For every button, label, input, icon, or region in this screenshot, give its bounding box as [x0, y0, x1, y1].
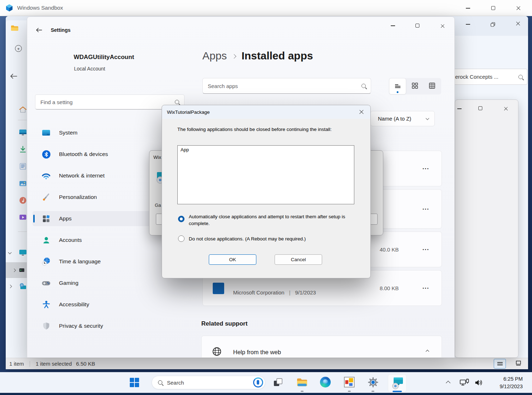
edge-icon[interactable]	[320, 377, 331, 387]
active-app-highlight[interactable]	[388, 374, 407, 392]
sandbox-minimize-button[interactable]	[466, 8, 470, 9]
sandbox-close-button[interactable]	[516, 6, 521, 11]
speaker-icon[interactable]	[475, 379, 483, 387]
table-view-button[interactable]	[423, 78, 440, 94]
bing-icon	[253, 377, 263, 387]
related-support-label: Help from the web	[233, 349, 281, 356]
dialog-close-button[interactable]	[359, 109, 364, 115]
explorer-restore-button[interactable]	[491, 22, 495, 28]
background-window-maximize-button[interactable]	[478, 106, 482, 110]
sidebar-item-label: Network & internet	[59, 172, 105, 179]
network-tray-icon[interactable]	[460, 379, 469, 389]
downloads-icon[interactable]	[19, 146, 27, 155]
sandbox-titlebar: Windows Sandbox	[0, 0, 532, 16]
network-folder-icon[interactable]	[19, 283, 27, 292]
sidebar-item-privacy-security[interactable]: Privacy & security	[33, 318, 184, 333]
chevron-up-icon[interactable]	[426, 350, 429, 353]
sandbox-cube-icon	[5, 4, 14, 12]
sidebar-item-label: Apps	[59, 215, 72, 222]
sidebar-item-label: Gaming	[59, 280, 78, 286]
sidebar-item-gaming[interactable]: Gaming	[33, 275, 184, 291]
settings-back-icon[interactable]	[36, 28, 42, 34]
start-button[interactable]	[129, 377, 140, 388]
this-pc-expander-icon[interactable]	[8, 251, 12, 254]
running-indicator	[348, 391, 351, 392]
colored-tiles-app-icon[interactable]	[344, 377, 355, 387]
search-apps-input[interactable]: Search apps	[202, 78, 371, 94]
app-menu-button[interactable]: •••	[423, 166, 429, 171]
app-size: 40.0 KB	[380, 247, 399, 253]
file-explorer-taskbar-icon[interactable]	[297, 377, 307, 387]
explorer-new-button[interactable]: +	[15, 45, 22, 52]
explorer-search-value: erock Concepts ...	[455, 74, 498, 80]
applications-listbox[interactable]: App	[177, 145, 354, 204]
documents-icon[interactable]	[19, 162, 27, 172]
videos-icon[interactable]	[19, 213, 27, 223]
explorer-back-icon[interactable]	[10, 73, 17, 81]
explorer-close-button[interactable]	[516, 21, 521, 26]
status-selected-size: 6.50 KB	[76, 361, 95, 367]
web-globe-icon	[212, 347, 222, 358]
app-install-date: 9/1/2023	[295, 289, 316, 296]
settings-window-title: Settings	[51, 27, 70, 33]
wix-files-in-use-dialog: WixTutorialPackage The following applica…	[162, 105, 371, 278]
desktop-icon[interactable]	[19, 128, 27, 138]
sort-dropdown[interactable]: Name (A to Z)	[370, 111, 435, 126]
taskbar-search-box[interactable]: Search	[152, 376, 265, 389]
this-pc-icon[interactable]	[19, 249, 27, 258]
search-icon	[158, 380, 162, 385]
sandbox-maximize-button[interactable]	[491, 6, 495, 10]
grid-view-icon	[412, 83, 418, 90]
tray-chevron-icon[interactable]	[446, 381, 450, 385]
settings-minimize-button[interactable]	[391, 25, 395, 26]
dialog-message: The following applications should be clo…	[177, 127, 358, 132]
grid-view-button[interactable]	[406, 78, 423, 94]
list-view-icon	[497, 361, 503, 366]
listbox-item[interactable]: App	[181, 147, 351, 152]
radio-label: Do not close applications. (A Reboot may…	[189, 236, 306, 242]
background-window-minimize-button[interactable]	[457, 108, 462, 109]
music-icon[interactable]	[19, 196, 27, 206]
settings-gear-icon[interactable]	[367, 376, 379, 388]
list-view-button[interactable]	[389, 78, 406, 94]
icons-view-button[interactable]	[512, 359, 524, 369]
gamepad-icon	[41, 278, 51, 288]
settings-maximize-button[interactable]	[415, 24, 419, 28]
sandbox-title: Windows Sandbox	[17, 5, 63, 11]
explorer-search-box[interactable]: erock Concepts ...	[450, 69, 527, 85]
task-view-button[interactable]	[273, 377, 284, 388]
network-expander-icon[interactable]	[9, 285, 12, 288]
search-icon	[361, 84, 366, 88]
accessibility-icon	[41, 300, 51, 309]
app-menu-button[interactable]: •••	[423, 286, 429, 290]
breadcrumb-parent[interactable]: Apps	[202, 50, 227, 62]
explorer-minimize-button[interactable]	[466, 24, 470, 25]
app-menu-button[interactable]: •••	[423, 207, 429, 211]
chevron-down-icon	[426, 116, 429, 120]
ok-button[interactable]: OK	[209, 254, 256, 265]
app-meta: Microsoft Corporation | 9/1/2023	[233, 289, 316, 296]
windows-sandbox-screen: Windows Sandbox + erock Concepts ...	[0, 0, 532, 395]
running-indicator	[301, 391, 304, 392]
large-icons-view-icon	[516, 360, 521, 367]
related-support-card[interactable]: Help from the web	[201, 336, 442, 358]
plus-icon: +	[17, 46, 20, 51]
explorer-selected-folder-row[interactable]	[6, 262, 27, 278]
app-menu-button[interactable]: •••	[423, 247, 429, 252]
sidebar-item-accessibility[interactable]: Accessibility	[33, 297, 184, 312]
radio-option-auto-close[interactable]: Automatically close applications and att…	[178, 214, 346, 227]
shield-icon	[41, 321, 51, 331]
pictures-icon[interactable]	[19, 180, 27, 189]
sidebar-divider	[18, 231, 27, 232]
tray-clock[interactable]: 6:25 PM 9/12/2023	[483, 375, 523, 390]
brush-icon	[41, 192, 51, 202]
search-icon	[518, 75, 523, 79]
radio-option-do-not-close[interactable]: Do not close applications. (A Reboot may…	[178, 235, 306, 242]
background-window-close-button[interactable]	[503, 106, 508, 111]
details-view-button[interactable]	[494, 359, 506, 369]
screen-bottom-edge	[0, 393, 532, 395]
system-icon	[41, 128, 51, 137]
cancel-button[interactable]: Cancel	[275, 254, 322, 265]
home-icon[interactable]	[19, 106, 27, 115]
settings-close-button[interactable]	[440, 24, 445, 28]
